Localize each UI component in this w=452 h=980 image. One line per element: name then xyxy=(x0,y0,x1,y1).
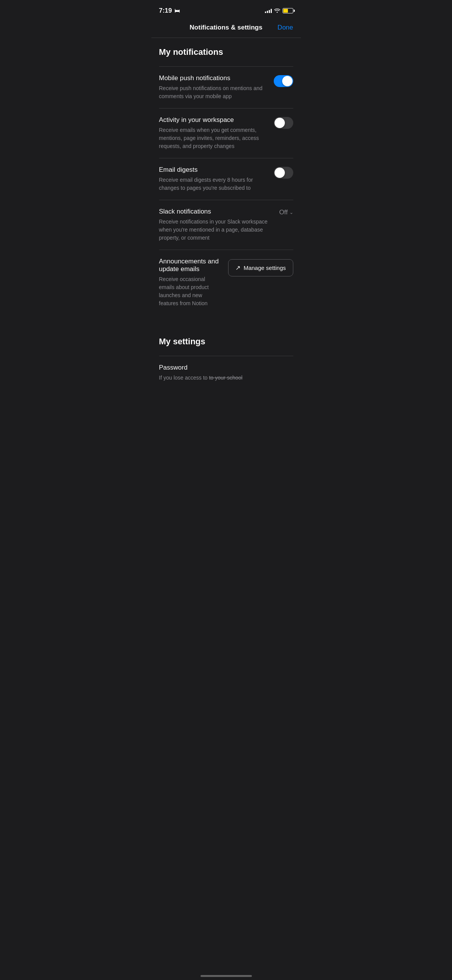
email-digests-toggle-knob xyxy=(274,168,285,178)
slack-dropdown-value: Off xyxy=(279,209,288,216)
chevron-down-icon: ⌄ xyxy=(289,210,293,215)
email-digests-toggle[interactable] xyxy=(274,167,293,179)
notifications-section: My notifications xyxy=(151,38,301,66)
wifi-icon xyxy=(274,8,280,14)
mobile-push-desc: Receive push notifications on mentions a… xyxy=(159,84,268,100)
mobile-push-toggle[interactable] xyxy=(274,75,293,87)
announcements-item: Announcements and update emails Receive … xyxy=(151,250,301,315)
manage-btn-label: Manage settings xyxy=(243,265,286,271)
mobile-push-title: Mobile push notifications xyxy=(159,74,268,82)
password-item[interactable]: Password If you lose access to to your s… xyxy=(151,356,301,390)
slack-dropdown[interactable]: Off ⌄ xyxy=(279,209,293,216)
battery-icon xyxy=(283,8,293,13)
manage-settings-button[interactable]: ↗ Manage settings xyxy=(228,259,293,276)
announcements-title: Announcements and update emails xyxy=(159,258,222,273)
email-digests-title: Email digests xyxy=(159,166,268,174)
mobile-push-toggle-slider xyxy=(274,75,293,87)
battery-fill xyxy=(283,9,288,13)
workspace-activity-item: Activity in your workspace Receive email… xyxy=(151,109,301,158)
workspace-activity-desc: Receive emails when you get comments, me… xyxy=(159,126,268,150)
status-time-container: 7:19 🛏 xyxy=(159,7,180,15)
signal-icon xyxy=(265,8,272,13)
slack-notifications-item[interactable]: Slack notifications Receive notification… xyxy=(151,200,301,250)
notifications-section-title: My notifications xyxy=(159,47,293,57)
workspace-activity-toggle[interactable] xyxy=(274,117,293,129)
nav-bar: Notifications & settings Done xyxy=(151,19,301,38)
page-title: Notifications & settings xyxy=(190,24,263,31)
password-desc-text: If you lose access to xyxy=(159,375,209,381)
password-desc-strikethrough: to your school xyxy=(209,375,242,381)
mobile-push-toggle-knob xyxy=(282,76,293,86)
announcements-desc: Receive occasional emails about product … xyxy=(159,275,222,307)
spacer xyxy=(151,315,301,327)
done-button[interactable]: Done xyxy=(278,24,293,31)
email-digests-desc: Receive email digests every 8 hours for … xyxy=(159,176,268,192)
email-digests-item: Email digests Receive email digests ever… xyxy=(151,158,301,200)
time-display: 7:19 xyxy=(159,7,172,15)
email-digests-toggle-slider xyxy=(274,167,293,179)
password-desc: If you lose access to to your school xyxy=(159,374,287,382)
slack-notifications-desc: Receive notifications in your Slack work… xyxy=(159,218,273,242)
password-title: Password xyxy=(159,364,287,372)
status-bar: 7:19 🛏 xyxy=(151,0,301,19)
workspace-activity-toggle-knob xyxy=(274,118,285,128)
mobile-push-item: Mobile push notifications Receive push n… xyxy=(151,67,301,108)
workspace-activity-title: Activity in your workspace xyxy=(159,116,268,124)
external-link-icon: ↗ xyxy=(235,264,240,271)
slack-notifications-title: Slack notifications xyxy=(159,208,273,215)
bed-icon: 🛏 xyxy=(174,8,180,14)
settings-section-title: My settings xyxy=(159,337,293,347)
settings-section: My settings xyxy=(151,327,301,356)
status-icons xyxy=(265,8,293,14)
workspace-activity-toggle-slider xyxy=(274,117,293,129)
